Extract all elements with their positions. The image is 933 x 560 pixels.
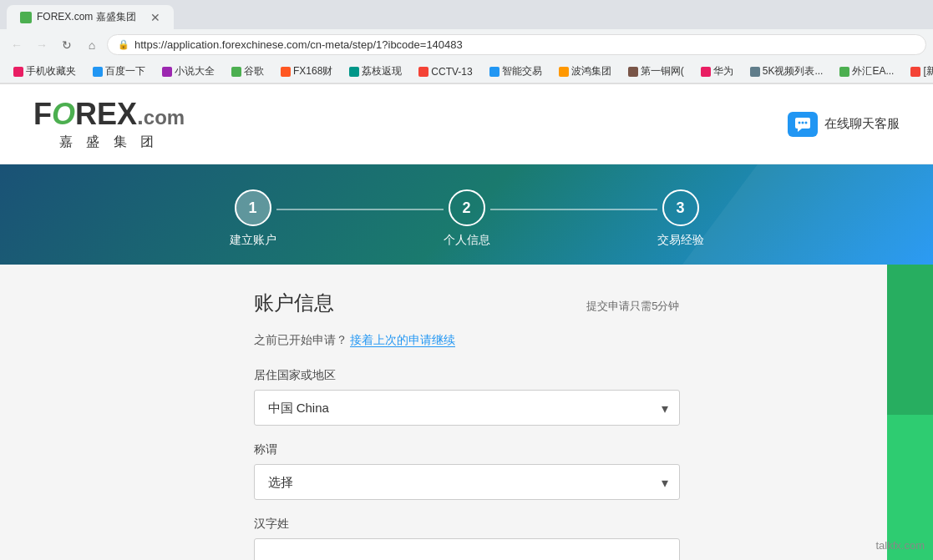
chat-button[interactable]: 在线聊天客服 — [788, 112, 900, 137]
bookmark-favicon-0 — [13, 67, 23, 77]
step-3-circle: 3 — [662, 189, 699, 226]
bookmark-favicon-13 — [910, 67, 920, 77]
url-text: https://application.forexchinese.com/cn-… — [134, 38, 463, 51]
progress-steps: 1 建立账户 2 个人信息 3 交易经验 — [0, 189, 933, 248]
step-1-label: 建立账户 — [230, 233, 276, 248]
step-1-number: 1 — [248, 199, 256, 217]
salutation-label: 称谓 — [254, 442, 680, 457]
step-2: 2 个人信息 — [444, 189, 490, 248]
logo-com: com — [144, 106, 185, 129]
bookmark-2[interactable]: 小说大全 — [155, 63, 221, 80]
header-right: 在线聊天客服 — [788, 112, 900, 137]
step-2-label: 个人信息 — [444, 233, 490, 248]
bookmark-favicon-3 — [231, 67, 241, 77]
bookmark-favicon-5 — [349, 67, 359, 77]
step-line-2 — [490, 209, 657, 210]
bookmark-favicon-12 — [839, 67, 849, 77]
country-field-group: 居住国家或地区 中国 China ▾ — [254, 368, 680, 426]
bookmark-favicon-2 — [162, 67, 172, 77]
step-3-number: 3 — [676, 199, 684, 217]
bookmark-label-11: 5K视频列表... — [763, 64, 824, 78]
logo: FOREX.com — [33, 97, 185, 132]
bookmark-8[interactable]: 波鸿集团 — [552, 63, 618, 80]
country-select-wrapper: 中国 China ▾ — [254, 390, 680, 426]
bookmark-1[interactable]: 百度一下 — [86, 63, 152, 80]
progress-banner: 1 建立账户 2 个人信息 3 交易经验 — [0, 164, 933, 265]
bookmark-10[interactable]: 华为 — [694, 63, 740, 80]
browser-nav: ← → ↻ ⌂ 🔒 https://application.forexchine… — [0, 29, 933, 60]
bookmark-favicon-9 — [628, 67, 638, 77]
bookmark-label-10: 华为 — [713, 64, 733, 78]
tab-close-btn[interactable]: ✕ — [150, 11, 160, 24]
page-content: FOREX.com 嘉 盛 集 团 在线聊天客服 — [0, 84, 933, 560]
bookmark-12[interactable]: 外汇EA... — [833, 63, 900, 80]
bookmark-favicon-4 — [281, 67, 291, 77]
surname-field-group: 汉字姓 — [254, 517, 680, 560]
bookmark-9[interactable]: 第一铜网( — [621, 63, 691, 80]
form-title: 账户信息 — [254, 290, 334, 316]
tab-title: FOREX.com 嘉盛集团 — [37, 10, 136, 24]
bookmark-label-4: FX168财 — [293, 64, 332, 78]
bookmark-label-6: CCTV-13 — [431, 66, 472, 78]
salutation-select-wrapper: 选择 ▾ — [254, 464, 680, 500]
forward-button[interactable]: → — [32, 35, 52, 55]
bookmark-favicon-6 — [418, 67, 428, 77]
bookmark-7[interactable]: 智能交易 — [483, 63, 549, 80]
logo-f: F — [33, 97, 52, 131]
logo-subtitle: 嘉 盛 集 团 — [59, 134, 159, 151]
bookmark-label-3: 谷歌 — [244, 64, 264, 78]
country-select[interactable]: 中国 China — [254, 390, 680, 426]
svg-point-3 — [802, 121, 804, 124]
logo-area: FOREX.com 嘉 盛 集 团 — [33, 97, 185, 151]
step-3-label: 交易经验 — [657, 233, 704, 248]
svg-marker-1 — [798, 129, 802, 132]
form-container: 账户信息 提交申请只需5分钟 之前已开始申请？ 接着上次的申请继续 居住国家或地… — [254, 290, 680, 560]
bookmark-label-5: 荔枝返现 — [362, 64, 402, 78]
salutation-select[interactable]: 选择 — [254, 464, 680, 500]
surname-input[interactable] — [254, 538, 680, 560]
browser-chrome: FOREX.com 嘉盛集团 ✕ ← → ↻ ⌂ 🔒 https://appli… — [0, 0, 933, 84]
site-header: FOREX.com 嘉 盛 集 团 在线聊天客服 — [0, 84, 933, 164]
bookmark-label-13: [新提醒 — [923, 64, 933, 78]
bookmark-label-8: 波鸿集团 — [571, 64, 611, 78]
bookmark-0[interactable]: 手机收藏夹 — [7, 63, 83, 80]
form-title-row: 账户信息 提交申请只需5分钟 — [254, 290, 680, 316]
main-area: 账户信息 提交申请只需5分钟 之前已开始申请？ 接着上次的申请继续 居住国家或地… — [0, 265, 933, 560]
bookmark-favicon-11 — [750, 67, 760, 77]
tab-favicon — [20, 12, 32, 23]
bookmark-5[interactable]: 荔枝返现 — [342, 63, 408, 80]
bookmark-4[interactable]: FX168财 — [274, 63, 339, 80]
salutation-field-group: 称谓 选择 ▾ — [254, 442, 680, 500]
country-label: 居住国家或地区 — [254, 368, 680, 383]
existing-app-text: 之前已开始申请？ — [254, 333, 347, 346]
step-line-1 — [276, 209, 444, 210]
bookmark-label-2: 小说大全 — [175, 64, 215, 78]
active-tab[interactable]: FOREX.com 嘉盛集团 ✕ — [7, 5, 174, 29]
form-subtitle: 提交申请只需5分钟 — [586, 299, 679, 314]
bookmark-label-12: 外汇EA... — [852, 64, 894, 78]
bookmark-6[interactable]: CCTV-13 — [412, 64, 479, 79]
existing-app-link[interactable]: 接着上次的申请继续 — [350, 333, 455, 347]
step-2-number: 2 — [462, 199, 470, 217]
reload-button[interactable]: ↻ — [57, 35, 77, 55]
lock-icon: 🔒 — [118, 39, 129, 50]
home-button[interactable]: ⌂ — [82, 35, 102, 55]
bookmark-11[interactable]: 5K视频列表... — [743, 63, 830, 80]
chat-label: 在线聊天客服 — [824, 116, 900, 132]
chat-icon — [788, 112, 818, 137]
bookmark-3[interactable]: 谷歌 — [225, 63, 271, 80]
bookmark-label-1: 百度一下 — [105, 64, 145, 78]
logo-o: O — [52, 97, 75, 131]
browser-tabs: FOREX.com 嘉盛集团 ✕ — [0, 0, 933, 29]
bookmarks-bar: 手机收藏夹 百度一下 小说大全 谷歌 FX168财 荔枝返现 CCTV-13 — [0, 60, 933, 83]
watermark: talkfx.com — [875, 539, 925, 552]
bookmark-favicon-7 — [489, 67, 499, 77]
logo-rex: REX — [75, 97, 137, 131]
side-panel-dark-green — [887, 265, 933, 415]
bookmark-13[interactable]: [新提醒 — [904, 63, 933, 80]
bookmark-favicon-8 — [559, 67, 569, 77]
surname-label: 汉字姓 — [254, 517, 680, 532]
back-button[interactable]: ← — [7, 35, 27, 55]
bookmark-favicon-1 — [93, 67, 103, 77]
address-bar[interactable]: 🔒 https://application.forexchinese.com/c… — [107, 34, 926, 55]
